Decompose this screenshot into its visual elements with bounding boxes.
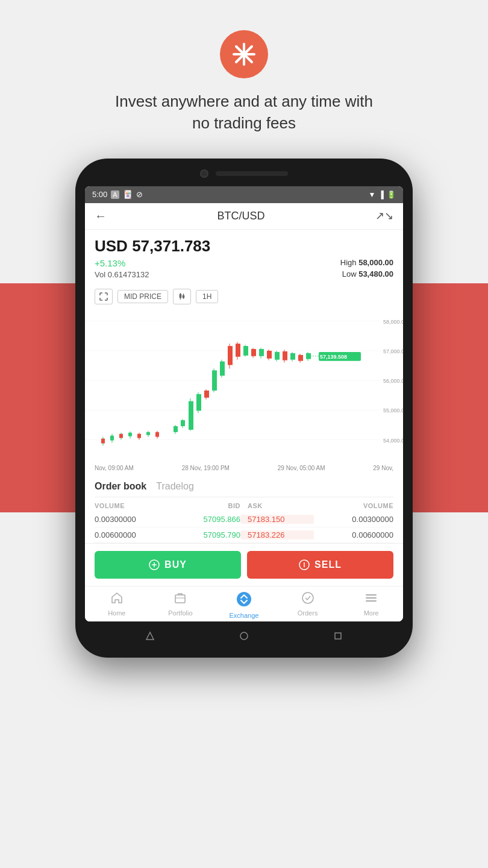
status-icons: ▼ ▐ 🔋 [369,190,396,199]
svg-text:57,000.00: 57,000.00 [383,348,403,354]
sell-button[interactable]: SELL [247,551,393,579]
android-back[interactable] [144,630,156,642]
price-low: Low 53,480.00 [342,269,393,278]
svg-rect-5 [180,294,181,298]
svg-rect-46 [212,370,217,390]
more-icon [364,591,378,608]
col-ask: ASK [240,502,314,509]
svg-rect-50 [228,346,233,365]
svg-text:58,000.00: 58,000.00 [383,318,403,324]
vol-value: 0.61473132 [108,270,149,279]
nav-home[interactable]: Home [85,591,149,619]
svg-rect-54 [243,346,248,356]
chart-controls: MID PRICE 1H [85,284,403,307]
col-volume-left: VOLUME [95,502,174,509]
svg-rect-68 [298,355,303,361]
ob-vol-right-2: 0.00600000 [314,530,393,539]
orderbook-row: 0.00300000 57095.866 57183.150 0.0030000… [95,512,393,527]
nav-exchange[interactable]: Exchange [212,591,276,619]
ob-vol-left-1: 0.00300000 [95,515,174,524]
phone-device: 5:00 A 🃏 ⊘ ▼ ▐ 🔋 ← BTC/USD ↗↘ [75,159,413,658]
nav-more-label: More [364,609,379,617]
svg-rect-64 [283,351,287,360]
portfolio-icon [174,591,187,608]
price-right: High 58,000.00 Low 53,480.00 [340,258,393,278]
svg-rect-24 [110,436,114,441]
nav-exchange-label: Exchange [230,612,259,619]
ob-bid-2: 57095.790 [174,530,240,539]
nav-home-label: Home [108,609,125,617]
svg-marker-86 [146,632,154,640]
time-display: 5:00 [92,190,107,199]
svg-rect-52 [236,344,240,357]
price-left: +5.13% Vol 0.61473132 [95,258,149,279]
svg-rect-34 [155,432,159,437]
svg-rect-28 [128,433,132,436]
svg-text:57,139.508: 57,139.508 [320,354,347,360]
svg-rect-30 [137,434,141,438]
time-label-1: Nov, 09:00 AM [95,465,134,471]
sell-label: SELL [314,559,342,570]
status-icon-a: A [111,190,119,199]
orderbook-section: Order book Tradelog VOLUME BID ASK VOLUM… [85,475,403,543]
low-value: 53,480.00 [358,269,393,278]
svg-rect-22 [101,438,105,443]
nav-portfolio[interactable]: Portfolio [149,591,213,619]
price-currency: USD [95,237,128,255]
low-label: Low [342,269,357,278]
svg-point-82 [302,593,313,603]
svg-rect-60 [267,351,272,359]
time-label-4: 29 Nov, [373,465,393,471]
battery-icon: 🔋 [387,190,396,199]
svg-text:56,000.00: 56,000.00 [383,378,403,384]
svg-rect-32 [146,432,150,435]
svg-text:54,000.00: 54,000.00 [383,437,403,443]
android-home[interactable] [238,630,250,642]
bottom-nav: Home Portfolio [85,586,403,621]
tab-tradelog[interactable]: Tradelog [156,481,194,492]
phone-top-bar [85,169,403,178]
time-label-2: 28 Nov, 19:00 PM [182,465,230,471]
nav-orders-label: Orders [298,609,318,617]
svg-rect-56 [251,349,256,356]
col-bid: BID [174,502,240,509]
ob-vol-right-1: 0.00300000 [314,515,393,524]
pair-title: BTC/USD [217,210,264,222]
chart-toggle-icon[interactable]: ↗↘ [375,209,393,222]
svg-rect-79 [175,595,185,603]
nav-portfolio-label: Portfolio [168,609,192,617]
nav-more[interactable]: More [339,591,403,619]
candle-button[interactable] [173,289,191,304]
time-label-3: 29 Nov, 05:00 AM [278,465,325,471]
svg-rect-40 [189,401,193,429]
status-left: 5:00 A 🃏 ⊘ [92,190,143,199]
tab-orderbook[interactable]: Order book [95,481,146,492]
home-icon [110,591,124,608]
android-recent[interactable] [332,630,344,642]
price-value: 57,371.783 [132,237,210,255]
ob-ask-2: 57183.226 [240,530,314,539]
phone-screen: 5:00 A 🃏 ⊘ ▼ ▐ 🔋 ← BTC/USD ↗↘ [85,186,403,621]
svg-rect-8 [183,295,184,298]
speaker [216,171,288,176]
svg-rect-44 [204,391,209,398]
expand-button[interactable] [95,289,113,304]
svg-text:55,000.00: 55,000.00 [383,407,403,414]
timeframe-button[interactable]: 1H [196,290,218,303]
svg-rect-62 [275,352,280,360]
vol-label: Vol [95,270,105,279]
candlestick-chart: 58,000.00 57,000.00 56,000.00 55,000.00 … [85,309,403,464]
svg-point-87 [240,632,248,640]
nav-orders[interactable]: Orders [276,591,340,619]
price-main: USD 57,371.783 [95,237,393,256]
back-button[interactable]: ← [95,209,107,223]
svg-rect-58 [259,349,264,356]
buy-button[interactable]: BUY [95,551,241,579]
top-section: Invest anywhere and at any time with no … [0,0,488,134]
signal-icon: ▐ [378,190,384,199]
high-value: 58,000.00 [358,258,393,267]
svg-rect-88 [335,633,341,639]
svg-rect-26 [119,434,123,438]
mid-price-button[interactable]: MID PRICE [117,290,168,303]
camera [200,169,208,178]
